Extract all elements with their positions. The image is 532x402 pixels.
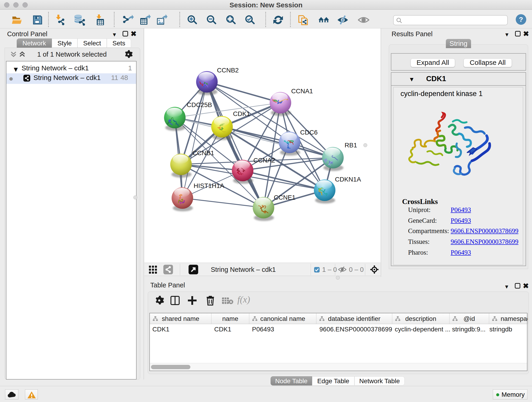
svg-text:CDC6: CDC6	[300, 129, 317, 136]
svg-text:CDK1: CDK1	[233, 110, 250, 117]
svg-text:CCNB1: CCNB1	[192, 149, 214, 157]
svg-text:HIST1H1A: HIST1H1A	[194, 182, 224, 189]
svg-text:CCNB2: CCNB2	[217, 67, 239, 74]
svg-text:CDC25B: CDC25B	[187, 101, 212, 108]
svg-text:CCNE1: CCNE1	[274, 194, 296, 201]
svg-text:CCNA2: CCNA2	[253, 157, 275, 164]
svg-text:CDKN1A: CDKN1A	[335, 176, 361, 183]
svg-text:RB1: RB1	[345, 142, 357, 149]
svg-text:CCNA1: CCNA1	[291, 88, 313, 95]
svg-text:?: ?	[519, 16, 523, 23]
